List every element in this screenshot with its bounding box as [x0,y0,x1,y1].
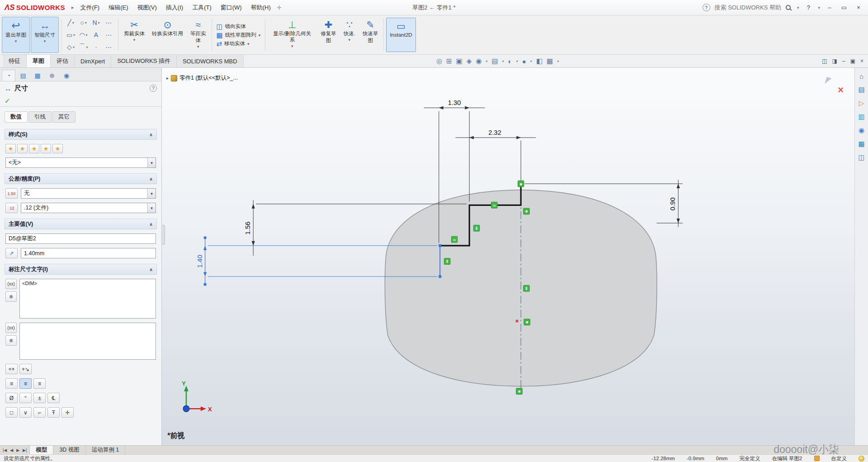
help-menu-button[interactable]: ? [803,4,813,11]
justify-right-button[interactable]: ≡ [33,378,46,389]
view-settings-icon[interactable]: ▦ [547,57,553,65]
tab-leaders[interactable]: 引线 [28,111,52,123]
home-icon[interactable]: ⌂ [859,72,863,80]
display-style-icon[interactable]: ▤ [492,57,498,65]
precision-caret-icon[interactable]: ▾ [147,203,156,213]
minimize-button[interactable]: – [825,4,835,11]
tab-dimxpert[interactable]: DimXpert [75,55,111,67]
text-tool-button[interactable]: A [90,29,102,41]
smart-dimension-caret-icon[interactable]: ▾ [44,39,46,43]
remove-text-button[interactable]: +× [5,364,18,374]
primary-value-header[interactable]: 主要值(V) ∧ [5,219,157,229]
precision-dropdown[interactable]: .12 (文件) ▾ [21,203,156,213]
text-center-2-icon[interactable]: ⊗ [5,335,17,346]
search-input[interactable]: 搜索 SOLIDWORKS 帮助 [715,4,781,12]
insert-leader-button[interactable]: +↘ [19,364,32,374]
menu-help[interactable]: 帮助(H) [246,4,275,12]
mirror-entities-button[interactable]: ◫ 镜向实体 [217,23,261,30]
menu-window[interactable]: 窗口(W) [216,4,246,12]
add-style-button[interactable]: ★ [17,144,28,153]
feature-tree-flyout[interactable]: ▸ 零件1 (默认<<默认>_... [166,74,238,82]
justify-center-button[interactable]: ≡ [19,378,32,389]
next-tab-icon[interactable]: ▶ [16,448,19,452]
tree-expand-icon[interactable]: ▸ [166,76,169,81]
menu-pin-icon[interactable]: ✛ [277,5,282,11]
view-orientation-caret-icon[interactable]: ▾ [486,59,488,63]
tab-evaluate[interactable]: 评估 [51,55,75,67]
menu-file[interactable]: 文件(F) [76,4,104,12]
tab-other[interactable]: 其它 [52,111,75,123]
sketch-point[interactable] [439,244,441,247]
arc-tool-button[interactable]: ◠▾ [77,29,90,41]
grid-overflow-icon[interactable]: ⋯ [103,17,115,29]
tab-3d-views[interactable]: 3D 视图 [53,446,85,454]
dimension-value-field[interactable] [21,248,156,258]
tab-sw-mbd[interactable]: SOLIDWORKS MBD [177,55,244,67]
doc-restore-icon[interactable]: ▣ [850,58,855,64]
smart-dimension-button[interactable]: ↔ 智能尺寸 ▾ [31,17,59,53]
relation-badge[interactable]: ‖ [473,225,479,231]
doc-close-icon[interactable]: × [860,58,863,64]
dimension-name-field[interactable] [5,233,156,244]
relations-caret-icon[interactable]: ▾ [291,44,293,48]
relation-badge[interactable]: ‖ [524,285,529,291]
relation-badge[interactable]: ■ [518,181,524,187]
check-symbol-button[interactable]: ∨ [19,407,32,418]
text-position-2-icon[interactable]: (xx) [5,323,17,333]
cancel-overlay-icon[interactable]: × [838,84,844,96]
dimension-text-1-30[interactable]: 1.30 [448,99,461,106]
menu-tools[interactable]: 工具(T) [188,4,216,12]
apply-default-style-button[interactable]: ★ [5,144,16,153]
ok-button[interactable]: ✓ [5,97,10,105]
dimension-handle[interactable] [203,283,206,286]
menu-edit[interactable]: 编辑(E) [104,4,132,12]
apply-scene-icon[interactable]: ◧ [536,57,542,65]
hide-show-caret-icon[interactable]: ▾ [516,59,518,63]
load-style-button[interactable]: ★ [52,144,63,153]
depth-symbol-button[interactable]: Ŧ [47,407,60,418]
spline-tool-button[interactable]: N▾ [90,17,102,29]
relation-badge[interactable]: ═ [451,236,457,243]
hook-symbol-button[interactable]: ⌐ [33,407,46,418]
move-entities-button[interactable]: ⇄ 移动实体 ▾ [217,40,261,47]
previous-tab-icon[interactable]: ◀ [10,448,13,452]
trim-caret-icon[interactable]: ▾ [133,38,136,42]
units-selector[interactable]: 自定义 [831,455,847,462]
tolerance-section-header[interactable]: 公差/精度(P) ∧ [5,173,157,184]
edit-appearance-icon[interactable]: ● [522,57,526,65]
ellipse-tool-button[interactable]: ⌒▾ [77,41,90,53]
dimension-text-0-90[interactable]: 0.90 [669,197,676,210]
rapid-sketch-button[interactable]: ✎ 快速草 图 [359,17,382,53]
style-section-header[interactable]: 样式(S) ∧ [5,129,157,140]
solidworks-resources-icon[interactable] [859,456,864,462]
line-tool-button[interactable]: ╱▾ [65,17,77,29]
part-name[interactable]: 零件1 (默认<<默认>_... [179,74,238,82]
text-position-icon[interactable]: (xx) [5,279,17,289]
style-dropdown[interactable]: <无> ▾ [5,157,156,168]
tab-sw-addins[interactable]: SOLIDWORKS 插件 [111,55,177,67]
collapse-chevron-icon[interactable]: ∧ [149,176,153,181]
tab-value[interactable]: 数值 [5,111,28,123]
help-caret-icon[interactable]: ▾ [818,5,820,10]
relation-badge[interactable]: ■ [524,319,530,325]
secondary-text-box[interactable] [19,323,156,360]
file-explorer-icon[interactable]: ▷ [859,99,864,107]
scenes-icon[interactable]: ▦ [858,140,864,148]
previous-view-icon[interactable]: ▣ [456,57,462,65]
custom-properties-icon[interactable]: ◫ [858,153,864,162]
offset-caret-icon[interactable]: ▾ [197,44,199,49]
property-manager-tab-icon[interactable]: ▤ [16,70,30,81]
dimension-text-box[interactable]: <DIM> [19,279,156,319]
pane-split-icon[interactable]: ◫ [822,58,827,64]
relation-badge[interactable]: ═ [491,202,497,208]
text-center-icon[interactable]: ⊗ [5,291,17,302]
design-library-icon[interactable]: ▤ [858,86,864,94]
tolerance-caret-icon[interactable]: ▾ [147,189,156,198]
convert-entities-button[interactable]: ⊙ 转换实体引用 [149,17,186,53]
instant2d-button[interactable]: ▭ Instant2D [386,18,415,52]
search-icon[interactable] [786,5,791,10]
appearances-icon[interactable]: ◉ [859,126,864,134]
zoom-to-area-icon[interactable]: ⊞ [446,57,452,65]
quick-snaps-caret-icon[interactable]: ▾ [349,38,351,42]
menu-flyout-arrow-icon[interactable]: ▸ [71,5,74,10]
